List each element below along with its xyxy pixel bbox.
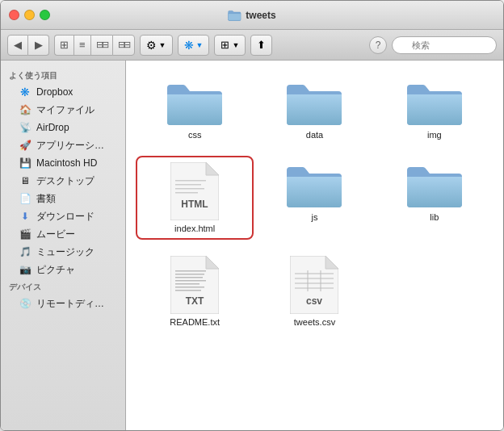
folder-title-icon	[228, 9, 241, 22]
sidebar-label-pictures: ピクチャ	[36, 263, 75, 277]
folder-icon-lib	[405, 162, 464, 209]
file-label-readme: README.txt	[170, 317, 220, 327]
sidebar-label-dropbox: Dropbox	[36, 86, 73, 98]
sidebar-label-myfiles: マイファイル	[36, 103, 94, 117]
pictures-icon: 📷	[19, 263, 32, 276]
file-label-img: img	[427, 130, 442, 140]
column-view-button[interactable]: ⊟⊟	[90, 35, 112, 56]
sidebar-label-music: ミュージック	[36, 245, 94, 259]
myfiles-icon: 🏠	[19, 103, 32, 116]
movies-icon: 🎬	[19, 228, 32, 241]
sidebar-label-remote: リモートディ…	[36, 297, 104, 311]
dropbox-button[interactable]: ❋ ▼	[178, 35, 210, 56]
back-button[interactable]: ◀	[7, 35, 28, 56]
applications-icon: 🚀	[19, 139, 32, 152]
finder-window: tweets ◀ ▶ ⊞ ≡ ⊟⊟ ⊟⊟ ⚙ ▼ ❋ ▼ ⊞ ▼ ⬆ ? 🔍 よ…	[0, 0, 504, 431]
txt-file-icon: TXT	[170, 256, 219, 314]
action-button[interactable]: ⚙ ▼	[140, 35, 173, 56]
file-item-css[interactable]: css	[139, 77, 250, 143]
sidebar-item-myfiles[interactable]: 🏠 マイファイル	[4, 101, 122, 119]
file-label-css: css	[188, 130, 202, 140]
remote-icon: 💿	[19, 297, 32, 310]
svg-text:TXT: TXT	[186, 295, 204, 307]
file-item-index-html[interactable]: HTML index.html	[139, 159, 250, 236]
html-file-icon: HTML	[170, 162, 219, 220]
share-button[interactable]: ⬆	[250, 35, 272, 56]
file-grid: css data	[139, 77, 490, 330]
sidebar-item-music[interactable]: 🎵 ミュージック	[4, 243, 122, 261]
arrange-button[interactable]: ⊞ ▼	[214, 35, 246, 56]
sidebar-label-movies: ムービー	[36, 228, 75, 241]
svg-rect-11	[175, 277, 203, 278]
minimize-button[interactable]	[24, 10, 35, 20]
nav-buttons: ◀ ▶	[7, 35, 49, 56]
content-area: よく使う項目 ❋ Dropbox 🏠 マイファイル 📡 AirDrop 🚀 アプ…	[1, 61, 503, 430]
svg-rect-5	[175, 192, 198, 194]
file-item-readme[interactable]: TXT README.txt	[139, 253, 250, 330]
music-icon: 🎵	[19, 245, 32, 258]
documents-icon: 📄	[19, 192, 32, 205]
toolbar: ◀ ▶ ⊞ ≡ ⊟⊟ ⊟⊟ ⚙ ▼ ❋ ▼ ⊞ ▼ ⬆ ? 🔍	[1, 30, 503, 61]
file-label-lib: lib	[430, 212, 439, 222]
sidebar-label-airdrop: AirDrop	[36, 122, 69, 133]
sidebar-label-documents: 書類	[36, 192, 56, 206]
folder-icon-css	[166, 80, 224, 127]
csv-file-icon: csv	[290, 256, 338, 314]
file-label-tweets-csv: tweets.csv	[294, 317, 335, 327]
coverflow-view-button[interactable]: ⊟⊟	[112, 35, 135, 56]
forward-button[interactable]: ▶	[28, 35, 49, 56]
search-input[interactable]	[392, 36, 497, 54]
svg-text:csv: csv	[306, 295, 322, 307]
file-item-img[interactable]: img	[379, 77, 490, 143]
close-button[interactable]	[9, 10, 19, 20]
file-label-js: js	[312, 212, 318, 222]
sidebar-item-pictures[interactable]: 📷 ピクチャ	[4, 261, 122, 278]
file-label-data: data	[306, 130, 323, 140]
svg-rect-13	[175, 283, 200, 285]
desktop-icon: 🖥	[19, 174, 32, 187]
sidebar-label-macintosh: Macintosh HD	[36, 157, 97, 169]
file-label-index-html: index.html	[174, 224, 215, 233]
file-item-tweets-csv[interactable]: csv tweets.csv	[258, 253, 370, 330]
file-item-data[interactable]: data	[258, 77, 370, 143]
file-area: css data	[126, 61, 503, 430]
svg-marker-18	[326, 256, 338, 269]
sidebar-item-documents[interactable]: 📄 書類	[4, 190, 122, 207]
sidebar-item-applications[interactable]: 🚀 アプリケーシ…	[4, 136, 122, 154]
folder-icon-js	[285, 162, 343, 209]
sidebar-item-downloads[interactable]: ⬇ ダウンロード	[4, 207, 122, 225]
list-view-button[interactable]: ≡	[74, 35, 90, 56]
titlebar: tweets	[1, 1, 503, 30]
sidebar-label-applications: アプリケーシ…	[36, 139, 104, 153]
svg-rect-15	[175, 290, 201, 291]
sidebar-section-favorites: よく使う項目	[1, 67, 125, 83]
help-button[interactable]: ?	[369, 36, 387, 54]
svg-rect-12	[175, 280, 206, 282]
sidebar-item-macintosh[interactable]: 💾 Macintosh HD	[4, 154, 122, 172]
svg-rect-3	[175, 184, 201, 186]
sidebar-item-airdrop[interactable]: 📡 AirDrop	[4, 119, 122, 136]
svg-rect-2	[175, 180, 206, 182]
sidebar-item-remote[interactable]: 💿 リモートディ…	[4, 295, 122, 312]
svg-rect-4	[175, 188, 204, 190]
svg-text:HTML: HTML	[181, 199, 208, 210]
sidebar-item-movies[interactable]: 🎬 ムービー	[4, 225, 122, 243]
file-item-lib[interactable]: lib	[379, 159, 490, 225]
folder-icon-data	[285, 80, 343, 127]
dropbox-icon: ❋	[19, 86, 32, 98]
file-item-js[interactable]: js	[258, 159, 370, 225]
icon-view-button[interactable]: ⊞	[54, 35, 74, 56]
sidebar-item-desktop[interactable]: 🖥 デスクトップ	[4, 172, 122, 190]
sidebar: よく使う項目 ❋ Dropbox 🏠 マイファイル 📡 AirDrop 🚀 アプ…	[1, 61, 126, 430]
maximize-button[interactable]	[40, 10, 50, 20]
window-title: tweets	[228, 9, 275, 22]
sidebar-label-desktop: デスクトップ	[36, 174, 94, 188]
sidebar-label-downloads: ダウンロード	[36, 210, 94, 224]
svg-rect-9	[175, 270, 206, 272]
svg-marker-8	[206, 256, 219, 269]
svg-rect-10	[175, 274, 204, 275]
sidebar-item-dropbox[interactable]: ❋ Dropbox	[4, 83, 122, 101]
svg-marker-1	[206, 162, 219, 175]
view-buttons: ⊞ ≡ ⊟⊟ ⊟⊟	[54, 35, 135, 56]
folder-icon-img	[405, 80, 464, 127]
